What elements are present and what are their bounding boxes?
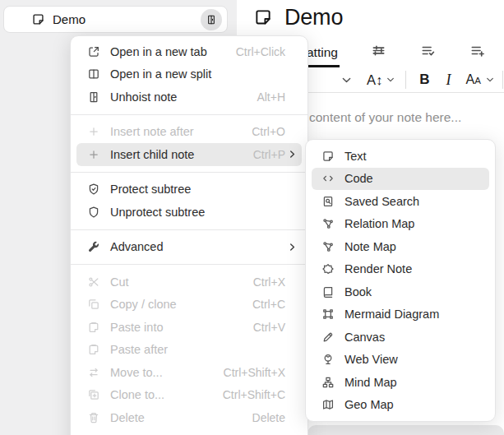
- unhoist-button[interactable]: [201, 9, 222, 30]
- graph-icon: [321, 217, 335, 230]
- menu-item-book[interactable]: Book: [306, 280, 495, 303]
- code-icon: [321, 172, 335, 185]
- toolbar-divider: [502, 71, 503, 89]
- graph-icon: [321, 240, 335, 253]
- trash-icon: [87, 411, 100, 424]
- menu-item-saved-search[interactable]: Saved Search: [306, 190, 495, 213]
- ribbon-buttons: [371, 43, 485, 58]
- menu-item-unprotect-subtree[interactable]: Unprotect subtree: [71, 201, 307, 224]
- menu-item-open-in-a-new-tab[interactable]: Open in a new tabCtrl+Click: [71, 40, 307, 63]
- menu-item-label: Open in a new split: [110, 67, 285, 81]
- menu-item-label: Open in a new tab: [110, 45, 236, 58]
- menu-item-web-view[interactable]: Web View: [306, 349, 495, 372]
- menu-item-shortcut: Ctrl+V: [253, 321, 285, 334]
- editor-placeholder[interactable]: content of your note here...: [309, 110, 461, 125]
- menu-item-label: Render Note: [344, 262, 485, 275]
- note-context-menu: Open in a new tabCtrl+ClickOpen in a new…: [70, 35, 308, 435]
- bottom-panel: [307, 425, 504, 435]
- menu-item-insert-note-after: Insert note afterCtrl+O: [71, 121, 307, 144]
- pen-icon: [321, 331, 335, 344]
- menu-item-code[interactable]: Code: [312, 168, 489, 191]
- menu-item-move-to: Move to...Ctrl+Shift+X: [71, 361, 307, 384]
- hoisted-note-header[interactable]: Demo: [3, 6, 228, 33]
- submenu-arrow-icon: [285, 242, 298, 252]
- shape-square-icon: [321, 308, 335, 321]
- menu-item-advanced[interactable]: Advanced: [71, 236, 307, 259]
- sliders-icon: [371, 43, 386, 58]
- menu-item-label: Text: [344, 150, 485, 163]
- note-icon: [253, 7, 273, 27]
- shield-icon: [87, 206, 100, 219]
- menu-item-paste-after: Paste after: [71, 339, 307, 362]
- menu-item-relation-map[interactable]: Relation Map: [306, 213, 495, 236]
- menu-item-label: Book: [344, 285, 485, 298]
- menu-item-label: Move to...: [110, 366, 224, 379]
- formatting-toolbar: A↕ B I AA: [340, 69, 503, 90]
- promoted-attributes-button[interactable]: [469, 43, 485, 58]
- menu-item-text[interactable]: Text: [306, 145, 495, 168]
- paragraph-style-dropdown[interactable]: [340, 74, 353, 86]
- menu-item-clone-to: Clone to...Ctrl+Shift+C: [71, 384, 307, 407]
- case-label: AA: [466, 72, 481, 87]
- menu-item-protect-subtree[interactable]: Protect subtree: [71, 178, 307, 201]
- menu-separator: [71, 229, 307, 230]
- menu-item-label: Advanced: [110, 240, 285, 253]
- submenu-arrow-icon: [285, 149, 298, 160]
- tab-formatting[interactable]: atting: [305, 41, 340, 67]
- toolbar-divider: [405, 71, 406, 89]
- menu-item-label: Insert note after: [110, 125, 252, 138]
- menu-item-mermaid-diagram[interactable]: Mermaid Diagram: [306, 303, 495, 326]
- menu-item-label: Geo Map: [344, 398, 485, 411]
- menu-item-note-map[interactable]: Note Map: [306, 235, 495, 258]
- note-title[interactable]: Demo: [284, 5, 343, 30]
- note-icon: [31, 12, 45, 26]
- menu-item-label: Clone to...: [110, 388, 223, 401]
- menu-item-shortcut: Delete: [252, 411, 285, 424]
- menu-item-label: Unprotect subtree: [110, 206, 285, 219]
- menu-item-label: Copy / clone: [110, 298, 252, 311]
- menu-item-label: Code: [344, 172, 485, 185]
- menu-item-shortcut: Ctrl+X: [253, 275, 285, 289]
- door-icon: [87, 90, 100, 104]
- font-size-label: A↕: [367, 72, 382, 88]
- note-icon: [321, 150, 335, 163]
- paste-icon: [87, 321, 100, 334]
- menu-item-insert-child-note[interactable]: Insert child noteCtrl+P: [76, 143, 302, 166]
- list-plus-icon: [469, 43, 485, 58]
- menu-item-shortcut: Ctrl+Click: [236, 45, 285, 58]
- menu-item-unhoist-note[interactable]: Unhoist noteAlt+H: [71, 86, 307, 109]
- list-check-icon: [420, 43, 436, 58]
- shield-check-icon: [87, 183, 100, 196]
- menu-item-label: Insert child note: [110, 148, 253, 161]
- menu-item-shortcut: Ctrl+P: [253, 148, 285, 161]
- shape-icon: [321, 262, 335, 275]
- menu-item-label: Saved Search: [344, 195, 485, 208]
- font-size-dropdown[interactable]: A↕: [367, 72, 395, 88]
- menu-item-label: Canvas: [344, 331, 485, 344]
- text-case-dropdown[interactable]: AA: [466, 72, 495, 87]
- bold-button[interactable]: B: [419, 72, 429, 88]
- italic-button[interactable]: I: [446, 72, 451, 89]
- menu-item-render-note[interactable]: Render Note: [306, 258, 495, 281]
- owned-attributes-button[interactable]: [420, 43, 436, 58]
- menu-item-label: Web View: [344, 353, 485, 366]
- menu-item-paste-into: Paste intoCtrl+V: [71, 316, 307, 339]
- menu-item-label: Protect subtree: [110, 183, 285, 196]
- door-icon: [206, 14, 217, 25]
- menu-item-label: Paste after: [110, 343, 285, 356]
- menu-separator: [71, 172, 307, 173]
- paste-icon: [87, 343, 100, 356]
- transfer-icon: [87, 366, 100, 379]
- menu-item-canvas[interactable]: Canvas: [306, 326, 495, 349]
- menu-item-geo-map[interactable]: Geo Map: [306, 394, 495, 417]
- external-link-icon: [87, 45, 100, 58]
- menu-separator: [71, 264, 307, 265]
- plus-icon: [87, 148, 100, 161]
- basic-properties-button[interactable]: [371, 43, 386, 58]
- chevron-down-icon: [485, 75, 495, 85]
- menu-item-mind-map[interactable]: Mind Map: [306, 371, 495, 394]
- hoisted-note-label: Demo: [53, 12, 86, 26]
- clone-icon: [87, 388, 100, 401]
- menu-item-open-in-a-new-split[interactable]: Open in a new split: [71, 63, 307, 86]
- menu-item-shortcut: Alt+H: [257, 90, 285, 104]
